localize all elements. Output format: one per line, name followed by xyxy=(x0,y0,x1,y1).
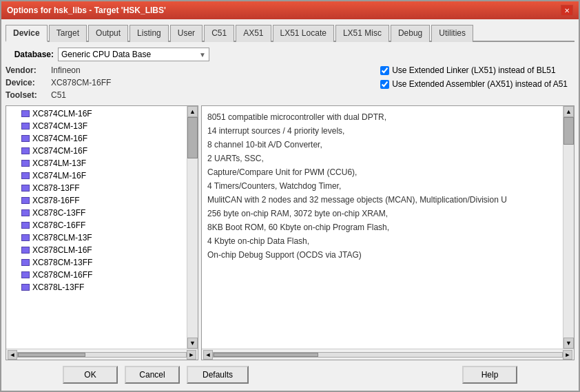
left-panel-inner: XC874CLM-16F XC874CM-13F XC874CM-16F XC8… xyxy=(6,106,198,349)
scroll-thumb[interactable] xyxy=(187,117,198,158)
tree-item-label: XC878CM-16FF xyxy=(32,270,92,280)
right-scroll-track xyxy=(563,117,574,338)
defaults-button[interactable]: Defaults xyxy=(187,366,249,384)
h-scroll-thumb[interactable] xyxy=(18,353,85,357)
device-tree[interactable]: XC874CLM-16F XC874CM-13F XC874CM-16F XC8… xyxy=(6,106,187,349)
tree-item-label: XC874CM-13F xyxy=(32,121,87,131)
ax51-checkbox[interactable] xyxy=(380,80,389,89)
left-hscrollbar: ◄ ► xyxy=(6,349,198,360)
tree-item[interactable]: XC878C-16FF xyxy=(8,219,185,231)
tab-device[interactable]: Device xyxy=(6,25,48,42)
tree-item-label: XC878CM-13FF xyxy=(32,258,92,267)
description-line: 2 UARTs, SSC, xyxy=(207,152,557,165)
lx51-checkbox[interactable] xyxy=(380,66,389,75)
tree-item[interactable]: XC878-13FF xyxy=(8,182,185,194)
tab-output[interactable]: Output xyxy=(88,25,128,42)
database-row: Database: Generic CPU Data Base ▼ xyxy=(6,48,574,61)
description-line: 8KB Boot ROM, 60 Kbyte on-chip Program F… xyxy=(207,220,557,234)
device-info: Vendor: Infineon Device: XC878CM-16FF To… xyxy=(6,65,111,100)
tree-item[interactable]: XC878L-13FF xyxy=(8,281,185,293)
tree-item[interactable]: XC878CLM-13F xyxy=(8,231,185,244)
right-scroll-right-btn[interactable]: ► xyxy=(563,350,572,360)
database-label: Database: xyxy=(6,50,54,59)
title-bar-buttons: ✕ xyxy=(561,5,573,16)
tab-ax51[interactable]: AX51 xyxy=(236,25,271,42)
h-scroll-track xyxy=(17,352,187,358)
button-bar: OK Cancel Defaults Help xyxy=(6,360,574,386)
right-vscrollbar: ▲ ▼ xyxy=(563,106,574,349)
tree-item-label: XC878C-16FF xyxy=(32,220,85,230)
tree-item-label: XC878-16FF xyxy=(32,196,80,205)
description-line: 8 channel 10-bit A/D Converter, xyxy=(207,138,557,152)
chip-icon xyxy=(20,121,31,132)
tab-target[interactable]: Target xyxy=(49,25,87,42)
content-area: Device Target Output Listing User C51 AX… xyxy=(1,19,579,391)
right-hscrollbar: ◄ ► xyxy=(202,349,574,360)
right-scroll-left-btn[interactable]: ◄ xyxy=(203,350,213,360)
tab-utilities[interactable]: Utilities xyxy=(431,25,473,42)
chip-icon xyxy=(20,183,31,194)
lx51-checkbox-row: Use Extended Linker (LX51) instead of BL… xyxy=(380,65,568,75)
tab-lx51-misc[interactable]: LX51 Misc xyxy=(335,25,389,42)
description-line: 256 byte on-chip RAM, 3072 byte on-chip … xyxy=(207,207,557,220)
tree-item-label: XC874CLM-16F xyxy=(32,109,92,118)
scroll-left-btn[interactable]: ◄ xyxy=(8,350,17,360)
tree-item-label: XC878CLM-13F xyxy=(32,233,92,243)
ax51-label: Use Extended Assembler (AX51) instead of… xyxy=(392,79,568,89)
tree-item[interactable]: XC874CM-13F xyxy=(8,120,185,132)
tree-item[interactable]: XC874LM-16F xyxy=(8,169,185,182)
chip-icon xyxy=(20,207,31,218)
help-button[interactable]: Help xyxy=(462,366,517,384)
toolset-label: Toolset: xyxy=(6,90,47,100)
chip-icon xyxy=(20,257,31,268)
tree-item[interactable]: XC878-16FF xyxy=(8,194,185,207)
database-dropdown[interactable]: Generic CPU Data Base ▼ xyxy=(58,48,209,61)
chip-icon xyxy=(20,145,31,156)
scroll-down-btn[interactable]: ▼ xyxy=(187,338,198,349)
chip-icon xyxy=(20,232,31,243)
tree-item[interactable]: XC874CM-16F xyxy=(8,145,185,157)
tree-item-label: XC874LM-16F xyxy=(32,171,86,180)
right-scroll-thumb[interactable] xyxy=(563,117,574,145)
description-line: 14 interrupt sources / 4 priority levels… xyxy=(207,124,557,138)
tree-item[interactable]: XC878C-13FF xyxy=(8,207,185,219)
device-row: Device: XC878CM-16FF xyxy=(6,78,111,87)
vendor-row: Vendor: Infineon xyxy=(6,65,111,75)
ax51-checkbox-row: Use Extended Assembler (AX51) instead of… xyxy=(380,79,568,89)
dropdown-arrow-icon: ▼ xyxy=(199,51,206,59)
tab-c51[interactable]: C51 xyxy=(204,25,234,42)
right-h-scroll-track xyxy=(213,352,563,358)
tree-item[interactable]: XC874CM-16F xyxy=(8,132,185,145)
toolset-value: C51 xyxy=(51,90,66,100)
description-line: 8051 compatible microcontroller with dua… xyxy=(207,110,557,124)
scroll-up-btn[interactable]: ▲ xyxy=(187,106,198,117)
tab-user[interactable]: User xyxy=(170,25,203,42)
close-button[interactable]: ✕ xyxy=(561,5,573,16)
description-line: On-chip Debug Support (OCDS via JTAG) xyxy=(207,248,557,262)
tab-listing[interactable]: Listing xyxy=(130,25,169,42)
right-scroll-down-btn[interactable]: ▼ xyxy=(563,338,574,349)
chip-icon xyxy=(20,158,31,169)
panels-area: XC874CLM-16F XC874CM-13F XC874CM-16F XC8… xyxy=(6,105,574,360)
tree-item[interactable]: XC874CLM-16F xyxy=(8,107,185,120)
right-h-scroll-thumb[interactable] xyxy=(214,353,318,357)
cancel-button[interactable]: Cancel xyxy=(125,366,180,384)
scroll-track xyxy=(187,117,198,338)
database-value: Generic CPU Data Base xyxy=(61,50,151,59)
tree-item[interactable]: XC874LM-13F xyxy=(8,157,185,169)
tree-item[interactable]: XC878CLM-16F xyxy=(8,244,185,256)
tree-item[interactable]: XC878CM-13FF xyxy=(8,256,185,269)
tree-item[interactable]: XC878CM-16FF xyxy=(8,269,185,281)
tab-debug[interactable]: Debug xyxy=(391,25,430,42)
title-bar: Options for hsk_libs - Target 'HSK_LIBS'… xyxy=(1,1,579,19)
right-panel-inner: 8051 compatible microcontroller with dua… xyxy=(202,106,574,349)
right-scroll-up-btn[interactable]: ▲ xyxy=(563,106,574,117)
tab-lx51-locate[interactable]: LX51 Locate xyxy=(273,25,334,42)
description-line: 4 Timers/Counters, Watchdog Timer, xyxy=(207,179,557,193)
ok-button[interactable]: OK xyxy=(63,366,118,384)
tab-bar: Device Target Output Listing User C51 AX… xyxy=(6,23,574,42)
chip-icon xyxy=(20,195,31,206)
scroll-right-btn[interactable]: ► xyxy=(187,350,196,360)
description-text: 8051 compatible microcontroller with dua… xyxy=(203,107,561,265)
description-line: 4 Kbyte on-chip Data Flash, xyxy=(207,234,557,248)
